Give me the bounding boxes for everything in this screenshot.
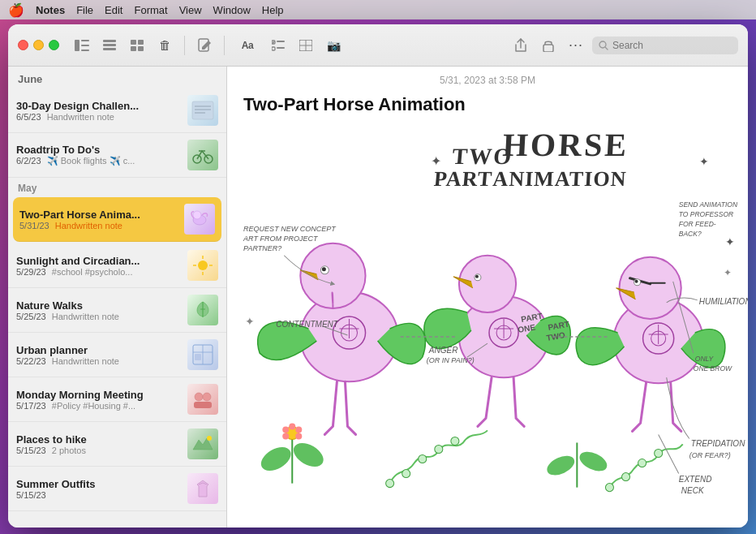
svg-point-72 [289, 423, 295, 429]
toolbar: 🗑 Aa 📷 [8, 24, 748, 67]
month-label-may: May [8, 178, 226, 196]
editor-title[interactable]: Two-Part Horse Animation [227, 89, 748, 122]
svg-text:HUMILIATION: HUMILIATION [699, 297, 748, 306]
note-text: Nature Walks 5/25/23 Handwritten note [16, 299, 181, 321]
svg-text:✦: ✦ [725, 235, 735, 248]
note-text: Roadtrip To Do's 6/2/23 ✈️ Book flights … [16, 144, 181, 166]
text-format-button[interactable]: Aa [233, 34, 262, 57]
menu-window[interactable]: Window [213, 4, 251, 16]
svg-text:PARTNER?: PARTNER? [243, 244, 281, 252]
svg-text:✦: ✦ [724, 267, 732, 278]
svg-rect-1 [81, 40, 89, 41]
svg-text:SEND ANIMATION: SEND ANIMATION [679, 200, 738, 209]
svg-text:HORSE: HORSE [502, 127, 630, 163]
svg-rect-41 [194, 402, 212, 408]
note-text: Sunlight and Circadian... 5/29/23 #schoo… [16, 255, 181, 277]
search-box [592, 37, 738, 54]
svg-point-42 [207, 436, 212, 441]
lock-button[interactable] [537, 34, 560, 57]
svg-rect-5 [103, 44, 116, 46]
close-button[interactable] [18, 40, 28, 50]
list-view-button[interactable] [98, 34, 121, 57]
svg-text:CONTENTMENT: CONTENTMENT [276, 320, 339, 329]
traffic-lights [18, 40, 59, 50]
gallery-view-button[interactable] [126, 34, 148, 57]
svg-line-21 [606, 47, 608, 50]
toolbar-divider-2 [224, 36, 225, 55]
svg-point-65 [635, 280, 638, 283]
note-thumbnail [187, 339, 218, 370]
sidebar-toggle-button[interactable] [71, 34, 93, 57]
menu-notes[interactable]: Notes [36, 4, 65, 16]
svg-text:TREPIDATION: TREPIDATION [691, 439, 745, 448]
svg-text:EXTEND: EXTEND [679, 475, 712, 484]
svg-text:✦: ✦ [431, 153, 441, 168]
svg-rect-9 [131, 46, 136, 51]
svg-text:PART: PART [433, 168, 494, 192]
more-button[interactable]: ··· [565, 34, 587, 57]
note-editor: 5/31, 2023 at 3:58 PM Two-Part Horse Ani… [227, 67, 748, 528]
menu-file[interactable]: File [76, 4, 93, 16]
share-button[interactable] [509, 34, 532, 57]
svg-rect-10 [138, 46, 144, 51]
svg-point-77 [386, 480, 394, 488]
note-item-monday[interactable]: Monday Morning Meeting 5/17/23 #Policy #… [8, 377, 226, 422]
note-text: 30-Day Design Challen... 6/5/23 Handwrit… [16, 100, 181, 122]
svg-point-86 [622, 473, 630, 481]
notes-list: 30-Day Design Challen... 6/5/23 Handwrit… [8, 88, 226, 528]
checklist-button[interactable] [267, 34, 290, 57]
svg-point-40 [203, 393, 211, 401]
note-title: Monday Morning Meeting [16, 389, 181, 401]
note-item-sunlight[interactable]: Sunlight and Circadian... 5/29/23 #schoo… [8, 243, 226, 288]
svg-text:NECK: NECK [681, 486, 705, 495]
delete-button[interactable]: 🗑 [153, 34, 176, 57]
note-title: Nature Walks [16, 299, 181, 312]
menu-help[interactable]: Help [262, 4, 284, 16]
note-item-urban[interactable]: Urban planner 5/22/23 Handwritten note [8, 333, 226, 377]
svg-rect-14 [272, 47, 275, 50]
note-title: Summer Outfits [16, 478, 181, 490]
media-button[interactable]: 📷 [322, 34, 345, 57]
minimize-button[interactable] [33, 40, 44, 50]
note-item-30day[interactable]: 30-Day Design Challen... 6/5/23 Handwrit… [8, 88, 226, 133]
menu-view[interactable]: View [179, 4, 202, 16]
svg-text:FOR FEED-: FOR FEED- [679, 220, 716, 228]
note-item-hike[interactable]: Places to hike 5/15/23 2 photos [8, 422, 226, 467]
note-meta: 5/15/23 [16, 490, 181, 500]
table-button[interactable] [294, 34, 317, 57]
note-meta: 6/5/23 Handwritten note [16, 112, 181, 122]
menu-format[interactable]: Format [134, 4, 167, 16]
main-content: June 30-Day Design Challen... 6/5/23 Han… [8, 67, 748, 528]
svg-point-80 [435, 445, 443, 453]
svg-point-20 [599, 41, 606, 48]
new-note-button[interactable] [193, 34, 216, 57]
svg-point-88 [655, 449, 663, 457]
apple-menu[interactable]: 🍎 [8, 2, 24, 18]
note-title: Urban planner [16, 344, 181, 356]
svg-rect-6 [103, 48, 116, 50]
toolbar-divider-1 [184, 36, 185, 55]
svg-rect-15 [277, 47, 285, 49]
note-title: Places to hike [16, 433, 181, 446]
note-title: 30-Day Design Challen... [16, 100, 181, 112]
search-icon [599, 41, 608, 50]
svg-point-30 [198, 261, 208, 270]
maximize-button[interactable] [49, 40, 59, 50]
note-thumbnail [184, 204, 215, 235]
sidebar: June 30-Day Design Challen... 6/5/23 Han… [8, 67, 227, 528]
svg-rect-38 [195, 354, 201, 360]
search-input[interactable] [612, 40, 726, 51]
editor-content[interactable]: TWO PART HORSE ANIMATION ✦ ✦ [227, 122, 748, 528]
svg-rect-3 [81, 50, 89, 51]
note-item-outfits[interactable]: Summer Outfits 5/15/23 [8, 467, 226, 511]
note-thumbnail [187, 140, 218, 170]
svg-point-76 [282, 433, 289, 439]
note-item-horse[interactable]: Two-Part Horse Anima... 5/31/23 Handwrit… [13, 197, 221, 242]
svg-rect-13 [277, 41, 285, 42]
note-item-roadtrip[interactable]: Roadtrip To Do's 6/2/23 ✈️ Book flights … [8, 133, 226, 178]
svg-rect-7 [131, 40, 136, 45]
svg-point-74 [282, 426, 289, 433]
note-item-nature[interactable]: Nature Walks 5/25/23 Handwritten note [8, 288, 226, 333]
menu-edit[interactable]: Edit [105, 4, 122, 16]
note-text: Monday Morning Meeting 5/17/23 #Policy #… [16, 389, 181, 411]
